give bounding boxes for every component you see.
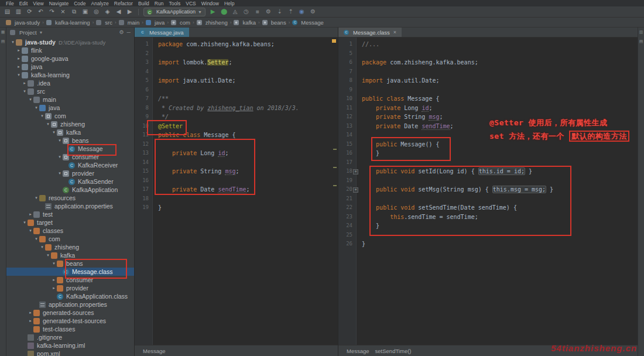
tree-item-zhisheng[interactable]: ▾zhisheng [6,120,134,128]
tree-item-beans[interactable]: ▾beans [6,259,134,268]
profiler-icon[interactable]: ◷ [242,7,250,16]
menu-item-window[interactable]: Window [201,1,219,6]
build-icon[interactable]: ⚙ [265,7,272,16]
tree-item-kafka-learning[interactable]: ▾kafka-learning [6,71,134,79]
vcs-commit-icon[interactable]: ⇡ [287,7,294,16]
tree-item-KafkaApplication[interactable]: KafkaApplication [6,186,134,194]
menu-item-vcs[interactable]: VCS [186,1,196,6]
tree-item-classes[interactable]: ▾classes [6,227,134,235]
breadcrumb-item-Message[interactable]: Message [292,19,324,26]
tree-item-java[interactable]: ▾java [6,104,134,112]
tree-item-kafka-learning.iml[interactable]: kafka-learning.iml [6,341,134,350]
tree-item-kafka[interactable]: ▾kafka [6,251,134,259]
tree-item-Message[interactable]: Message [6,145,134,153]
menu-item-code[interactable]: Code [74,1,85,6]
tree-item-generated-test-sources[interactable]: ▸generated-test-sources [6,317,134,325]
gear-icon[interactable]: ⚙ [119,29,124,35]
chevron-down-icon[interactable]: ▼ [39,30,43,35]
breadcrumb-item-zhisheng[interactable]: zhisheng [197,19,228,26]
breadcrumb-item-beans[interactable]: beans [262,19,286,26]
tab-message-java[interactable]: Message.java [135,28,189,37]
tree-item-consumer[interactable]: ▸consumer [6,276,134,284]
breadcrumb-item-kafka-learning[interactable]: kafka-learning [46,19,90,26]
maven-stripe-icon[interactable]: ▥ [639,30,643,35]
tree-item-java-study[interactable]: ▾java-studyD:\IDEA\java-study [6,38,134,46]
vcs-update-icon[interactable]: ⇣ [276,7,283,16]
breadcrumb-item-kafka[interactable]: kafka [234,19,256,26]
tree-item-google-guava[interactable]: ▸google-guava [6,54,134,63]
paste-icon[interactable]: ▣ [81,7,89,16]
menu-item-build[interactable]: Build [138,1,149,6]
breadcrumb-item-java[interactable]: java [146,19,165,26]
run-configuration-select[interactable]: KafkaApplication ▼ [143,8,205,16]
stop-icon[interactable]: ■ [254,7,261,16]
menu-item-run[interactable]: Run [155,1,164,6]
breadcrumb-method[interactable]: setSendTime() [375,348,412,354]
tab-message-class[interactable]: Message.class × [338,28,402,37]
copy-icon[interactable]: ⧉ [70,7,78,16]
tree-item-main[interactable]: ▾main [6,95,134,104]
tree-item-com[interactable]: ▾com [6,235,134,243]
tree-item-Message.class[interactable]: Message.class [6,268,134,276]
tree-item-KafkaReceiver[interactable]: KafkaReceiver [6,161,134,169]
code-editor-left[interactable]: 1package com.zhisheng.kafka.beans;23impo… [135,37,338,345]
cut-icon[interactable]: ⨯ [59,7,67,16]
tree-item-com[interactable]: ▾com [6,112,134,120]
menu-item-help[interactable]: Help [224,1,234,6]
redo-icon[interactable]: ↷ [48,7,56,16]
close-icon[interactable]: × [393,29,396,35]
sync-icon[interactable]: ⟳ [26,7,33,16]
run-icon[interactable]: ▶ [209,7,217,16]
menu-item-tools[interactable]: Tools [169,1,180,6]
save-all-icon[interactable]: ▥ [15,7,22,16]
run-coverage-icon[interactable]: ◬ [231,7,239,16]
debug-icon[interactable]: ⬤ [220,7,228,16]
menu-item-file[interactable]: File [6,1,14,6]
breadcrumb-item-com[interactable]: com [171,19,190,26]
menu-item-analyze[interactable]: Analyze [91,1,109,6]
tree-item-.idea[interactable]: ▸.idea [6,79,134,87]
structure-stripe-icon[interactable]: ▤ [1,39,5,44]
tree-item-.gitignore[interactable]: .gitignore [6,333,134,341]
open-project-icon[interactable]: ▤ [4,7,11,16]
tree-item-beans[interactable]: ▾beans [6,136,134,145]
tree-item-KafkaApplication.class[interactable]: KafkaApplication.class [6,292,134,300]
tree-item-flink[interactable]: ▸flink [6,46,134,54]
settings-icon[interactable]: ⚙ [309,7,317,16]
breadcrumb-class[interactable]: Message [347,348,369,354]
tree-item-pom.xml[interactable]: pom.xml [6,350,134,356]
replace-icon[interactable]: ◈ [104,7,111,16]
tree-item-src[interactable]: ▾src [6,87,134,95]
back-icon[interactable]: ◀ [115,7,122,16]
tree-item-resources[interactable]: ▾resources [6,194,134,202]
fold-icon[interactable]: + [353,187,358,193]
tree-item-application.properties[interactable]: application.properties [6,202,134,210]
tree-item-application.properties[interactable]: application.properties [6,300,134,309]
forward-icon[interactable]: ▶ [126,7,133,16]
project-stripe-icon[interactable]: ▦ [1,30,5,35]
breadcrumb-item-main[interactable]: main [119,19,140,26]
tree-item-generated-sources[interactable]: ▸generated-sources [6,309,134,317]
tree-item-kafka[interactable]: ▾kafka [6,128,134,136]
undo-icon[interactable]: ↶ [37,7,44,16]
search-everywhere-icon[interactable]: ◉ [298,7,306,16]
tree-item-target[interactable]: ▾target [6,218,134,227]
menu-item-refactor[interactable]: Refactor [114,1,133,6]
tree-item-zhisheng[interactable]: ▾zhisheng [6,243,134,251]
tree-item-java[interactable]: ▸java [6,63,134,71]
breadcrumb-item-src[interactable]: src [96,19,112,26]
code-editor-right[interactable]: 1//...56package com.zhisheng.kafka.beans… [338,37,638,345]
database-stripe-icon[interactable]: ▤ [639,39,643,44]
collapse-panel-icon[interactable]: ─ [127,29,131,35]
menu-item-navigate[interactable]: Navigate [49,1,69,6]
find-icon[interactable]: ◎ [93,7,100,16]
breadcrumb-class[interactable]: Message [143,348,166,354]
tree-item-provider[interactable]: ▸provider [6,284,134,292]
tree-item-KafkaSender[interactable]: KafkaSender [6,177,134,186]
tree-item-provider[interactable]: ▾provider [6,169,134,177]
fold-icon[interactable]: + [353,169,358,174]
menu-item-view[interactable]: View [33,1,43,6]
breadcrumb-item-java-study[interactable]: java-study [6,19,40,26]
menu-item-edit[interactable]: Edit [19,1,28,6]
tree-item-test[interactable]: ▸test [6,210,134,218]
